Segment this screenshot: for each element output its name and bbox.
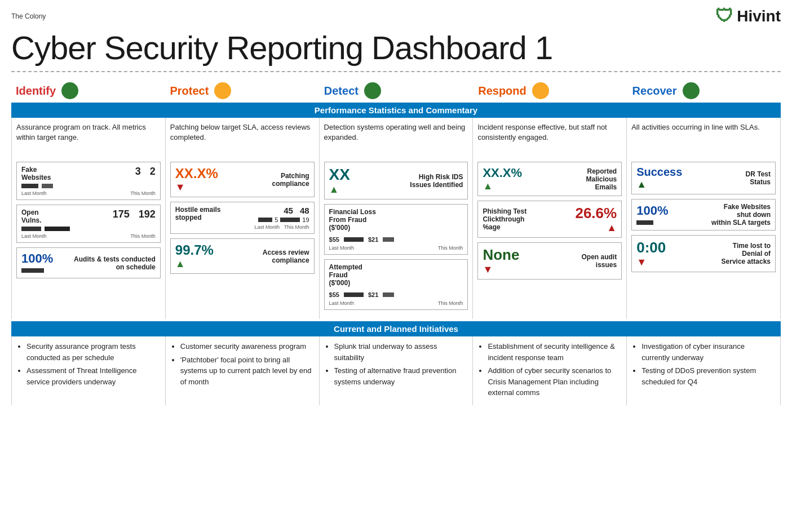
fake-websites-bar-right xyxy=(42,184,53,188)
open-audit-metric: None ▼ Open auditissues xyxy=(477,242,622,280)
open-audit-value: None xyxy=(483,246,519,264)
open-vulns-bar-right xyxy=(45,227,70,231)
hostile-emails-val1: 45 xyxy=(284,206,293,215)
detect-init-2: Testing of alternative fraud prevention … xyxy=(334,365,467,387)
detect-col: Detection systems operating well and bei… xyxy=(320,118,474,319)
hostile-emails-val2: 48 xyxy=(300,206,309,215)
recover-circle xyxy=(683,82,700,99)
dr-test-label: DR TestStatus xyxy=(746,170,771,186)
col-header-protect: Protect xyxy=(165,79,318,103)
logo: 🛡 Hivint xyxy=(715,6,781,26)
hostile-emails-label: Hostile emailsstopped xyxy=(175,206,221,221)
dr-test-metric: Success ▲ DR TestStatus xyxy=(631,162,776,194)
high-risk-ids-arrow: ▲ xyxy=(329,184,339,195)
client-name: The Colony xyxy=(11,12,46,20)
audits-bar xyxy=(21,268,44,273)
detect-init-1: Splunk trial underway to assess suitabil… xyxy=(334,341,467,363)
logo-icon: 🛡 xyxy=(715,6,733,26)
open-vulns-val-left: 175 xyxy=(113,209,130,220)
fake-websites-val-left: 3 xyxy=(135,166,141,178)
patching-label: Patchingcompliance xyxy=(272,172,309,188)
attempted-fraud-val-left: $55 xyxy=(329,291,339,298)
recover-init-1: Investigation of cyber insurance current… xyxy=(641,341,775,363)
time-lost-dos-label: Time lost toDenial ofService attacks xyxy=(722,242,771,265)
financial-loss-bar-right xyxy=(383,237,394,242)
recover-title: Recover xyxy=(632,85,677,97)
detect-circle xyxy=(364,82,381,99)
detect-commentary: Detection systems operating well and bei… xyxy=(324,122,468,156)
protect-init-2: 'Patchtober' focal point to bring all sy… xyxy=(180,354,313,388)
fake-websites-val-right: 2 xyxy=(150,166,156,178)
hostile-emails-bar2 xyxy=(280,218,300,222)
hostile-emails-metric: Hostile emailsstopped 45 48 5 19 Last Mo… xyxy=(170,202,315,234)
protect-title: Protect xyxy=(170,85,209,97)
access-review-value: 99.7% xyxy=(175,242,214,258)
protect-initiatives: Customer security awareness program 'Pat… xyxy=(166,336,320,405)
phishing-test-label: Phishing TestClickthrough%age xyxy=(483,207,526,231)
attempted-fraud-label: AttemptedFraud($'000) xyxy=(329,263,463,287)
patching-arrow-down: ▼ xyxy=(175,181,185,193)
logo-text: Hivint xyxy=(737,7,781,25)
identify-init-1: Security assurance program tests conduct… xyxy=(26,341,160,363)
fake-websites-shut-bar xyxy=(636,220,653,225)
hostile-emails-sub2: 19 xyxy=(302,216,309,223)
respond-title: Respond xyxy=(478,85,526,97)
recover-init-2: Testing of DDoS prevention system schedu… xyxy=(641,365,775,387)
respond-init-1: Establishment of security intelligence &… xyxy=(488,341,621,363)
top-bar: The Colony 🛡 Hivint xyxy=(11,6,781,26)
fake-websites-months: Last MonthThis Month xyxy=(21,190,156,196)
dr-test-value: Success xyxy=(636,166,682,179)
open-audit-label: Open auditissues xyxy=(582,253,617,269)
financial-loss-months: Last MonthThis Month xyxy=(329,245,463,251)
page-title: Cyber Security Reporting Dashboard 1 xyxy=(11,29,781,66)
phishing-test-value: 26.6% xyxy=(575,205,617,222)
identify-title: Identify xyxy=(16,85,56,97)
patching-value: XX.X% xyxy=(175,166,218,181)
financial-loss-bar-left xyxy=(344,237,364,242)
time-lost-dos-metric: 0:00 ▼ Time lost toDenial ofService atta… xyxy=(631,235,776,272)
recover-commentary: All activities occurring in line with SL… xyxy=(631,122,776,156)
protect-commentary: Patching below target SLA, access review… xyxy=(170,122,315,156)
protect-circle xyxy=(214,82,231,99)
title-divider xyxy=(11,71,781,72)
fake-websites-shut-value: 100% xyxy=(636,203,668,218)
identify-circle xyxy=(61,82,78,99)
protect-col: Patching below target SLA, access review… xyxy=(166,118,320,319)
open-vulns-val-right: 192 xyxy=(139,209,156,220)
col-header-identify: Identify xyxy=(11,79,164,103)
audits-label: Audits & tests conductedon schedule xyxy=(74,255,156,271)
financial-loss-val-right: $21 xyxy=(368,236,378,243)
fake-websites-label: FakeWebsites xyxy=(21,166,51,181)
open-vulns-months: Last MonthThis Month xyxy=(21,233,156,239)
reported-malicious-metric: XX.X% ▲ ReportedMaliciousEmails xyxy=(477,162,622,196)
fake-websites-shut-label: Fake Websitesshut downwithin SLA targets xyxy=(711,203,771,227)
fake-websites-bar-left xyxy=(21,184,38,188)
phishing-test-metric: Phishing TestClickthrough%age 26.6% ▲ xyxy=(477,201,622,238)
high-risk-ids-metric: XX ▲ High Risk IDSIssues Identified xyxy=(324,162,468,200)
financial-loss-val-left: $55 xyxy=(329,236,339,243)
attempted-fraud-val-right: $21 xyxy=(368,291,378,298)
access-review-arrow: ▲ xyxy=(175,258,185,269)
col-header-recover: Recover xyxy=(628,79,781,103)
col-header-respond: Respond xyxy=(474,79,626,103)
col-header-detect: Detect xyxy=(320,79,472,103)
protect-init-1: Customer security awareness program xyxy=(180,341,313,352)
high-risk-ids-value: XX xyxy=(329,166,350,184)
financial-loss-label: Financial LossFrom Fraud($'000) xyxy=(329,208,463,232)
open-vulns-bar-left xyxy=(21,227,41,231)
respond-commentary: Incident response effective, but staff n… xyxy=(477,122,622,156)
attempted-fraud-bar-left xyxy=(344,292,364,297)
reported-malicious-label: ReportedMaliciousEmails xyxy=(586,167,617,191)
respond-circle xyxy=(532,82,549,99)
hostile-emails-months: Last MonthThis Month xyxy=(255,224,309,230)
open-vulns-metric: OpenVulns. 175 192 Last MonthThis Month xyxy=(16,205,161,243)
patching-metric: XX.X% ▼ Patchingcompliance xyxy=(170,162,315,197)
attempted-fraud-metric: AttemptedFraud($'000) $55 $21 Last Month… xyxy=(324,259,468,310)
fake-websites-metric: FakeWebsites 3 2 Last MonthThis Month xyxy=(16,162,161,200)
initiatives-grid: Security assurance program tests conduct… xyxy=(11,336,781,405)
audits-metric: 100% Audits & tests conductedon schedule xyxy=(16,247,161,278)
access-review-metric: 99.7% ▲ Access reviewcompliance xyxy=(170,238,315,274)
open-vulns-label: OpenVulns. xyxy=(21,209,42,224)
reported-malicious-value: XX.X% xyxy=(483,166,522,180)
identify-init-2: Assessment of Threat Intelligence servic… xyxy=(26,365,160,387)
